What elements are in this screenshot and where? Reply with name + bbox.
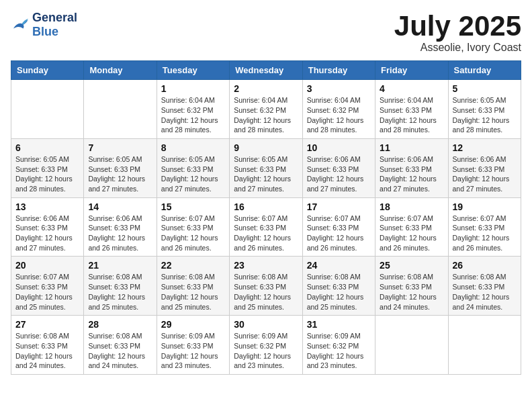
calendar-day-cell: 25Sunrise: 6:08 AM Sunset: 6:33 PM Dayli… (375, 257, 448, 316)
day-info: Sunrise: 6:07 AM Sunset: 6:33 PM Dayligh… (161, 214, 225, 253)
calendar-day-cell: 1Sunrise: 6:04 AM Sunset: 6:32 PM Daylig… (157, 80, 229, 139)
day-info: Sunrise: 6:08 AM Sunset: 6:33 PM Dayligh… (88, 272, 152, 312)
calendar-day-cell: 27Sunrise: 6:08 AM Sunset: 6:33 PM Dayli… (11, 316, 84, 375)
day-number: 25 (380, 260, 443, 271)
calendar-day-cell: 10Sunrise: 6:06 AM Sunset: 6:33 PM Dayli… (302, 138, 375, 197)
day-info: Sunrise: 6:08 AM Sunset: 6:33 PM Dayligh… (453, 272, 517, 312)
weekday-header-monday: Monday (84, 61, 157, 80)
logo-text: General Blue (32, 11, 77, 38)
page-header: General Blue July 2025 Asseolie, Ivory C… (11, 11, 521, 54)
calendar-week-row: 6Sunrise: 6:05 AM Sunset: 6:33 PM Daylig… (11, 138, 521, 197)
day-info: Sunrise: 6:07 AM Sunset: 6:33 PM Dayligh… (380, 214, 443, 253)
day-number: 20 (15, 260, 79, 271)
day-number: 3 (307, 83, 371, 94)
day-number: 11 (380, 142, 443, 153)
calendar-week-row: 13Sunrise: 6:06 AM Sunset: 6:33 PM Dayli… (11, 197, 521, 257)
calendar-day-cell: 17Sunrise: 6:07 AM Sunset: 6:33 PM Dayli… (302, 197, 375, 257)
calendar-week-row: 27Sunrise: 6:08 AM Sunset: 6:33 PM Dayli… (11, 316, 521, 375)
day-info: Sunrise: 6:05 AM Sunset: 6:33 PM Dayligh… (15, 154, 79, 194)
day-number: 13 (15, 201, 79, 212)
day-number: 24 (307, 260, 371, 271)
day-info: Sunrise: 6:08 AM Sunset: 6:33 PM Dayligh… (161, 272, 225, 312)
calendar-day-cell: 15Sunrise: 6:07 AM Sunset: 6:33 PM Dayli… (157, 197, 229, 257)
day-number: 26 (453, 260, 517, 271)
day-number: 10 (307, 142, 371, 153)
logo-icon (11, 17, 30, 32)
calendar-day-cell: 24Sunrise: 6:08 AM Sunset: 6:33 PM Dayli… (302, 257, 375, 316)
day-info: Sunrise: 6:08 AM Sunset: 6:33 PM Dayligh… (234, 272, 298, 312)
calendar-empty-cell (11, 80, 84, 139)
calendar-week-row: 20Sunrise: 6:07 AM Sunset: 6:33 PM Dayli… (11, 257, 521, 316)
day-number: 7 (88, 142, 152, 153)
day-info: Sunrise: 6:06 AM Sunset: 6:33 PM Dayligh… (307, 154, 371, 194)
day-info: Sunrise: 6:04 AM Sunset: 6:32 PM Dayligh… (307, 95, 371, 135)
location-subtitle: Asseolie, Ivory Coast (394, 42, 521, 54)
day-number: 6 (15, 142, 79, 153)
day-info: Sunrise: 6:05 AM Sunset: 6:33 PM Dayligh… (88, 154, 152, 194)
calendar-day-cell: 11Sunrise: 6:06 AM Sunset: 6:33 PM Dayli… (375, 138, 448, 197)
day-number: 30 (234, 319, 298, 330)
calendar-day-cell: 21Sunrise: 6:08 AM Sunset: 6:33 PM Dayli… (84, 257, 157, 316)
day-info: Sunrise: 6:04 AM Sunset: 6:32 PM Dayligh… (161, 95, 225, 135)
logo: General Blue (11, 11, 77, 38)
calendar-day-cell: 19Sunrise: 6:07 AM Sunset: 6:33 PM Dayli… (448, 197, 521, 257)
day-number: 27 (15, 319, 79, 330)
day-number: 2 (234, 83, 298, 94)
day-info: Sunrise: 6:07 AM Sunset: 6:33 PM Dayligh… (307, 214, 371, 253)
day-number: 23 (234, 260, 298, 271)
day-info: Sunrise: 6:08 AM Sunset: 6:33 PM Dayligh… (15, 331, 79, 371)
day-info: Sunrise: 6:06 AM Sunset: 6:33 PM Dayligh… (88, 214, 152, 253)
day-info: Sunrise: 6:05 AM Sunset: 6:33 PM Dayligh… (453, 95, 517, 135)
day-info: Sunrise: 6:08 AM Sunset: 6:33 PM Dayligh… (88, 331, 152, 371)
weekday-header-saturday: Saturday (448, 61, 521, 80)
title-area: July 2025 Asseolie, Ivory Coast (394, 11, 521, 54)
calendar-day-cell: 26Sunrise: 6:08 AM Sunset: 6:33 PM Dayli… (448, 257, 521, 316)
day-number: 21 (88, 260, 152, 271)
day-number: 5 (453, 83, 517, 94)
calendar-day-cell: 8Sunrise: 6:05 AM Sunset: 6:33 PM Daylig… (157, 138, 229, 197)
day-info: Sunrise: 6:04 AM Sunset: 6:33 PM Dayligh… (380, 95, 443, 135)
weekday-header-row: SundayMondayTuesdayWednesdayThursdayFrid… (11, 61, 521, 80)
day-number: 15 (161, 201, 225, 212)
day-number: 19 (453, 201, 517, 212)
calendar-day-cell: 12Sunrise: 6:06 AM Sunset: 6:33 PM Dayli… (448, 138, 521, 197)
calendar-day-cell: 22Sunrise: 6:08 AM Sunset: 6:33 PM Dayli… (157, 257, 229, 316)
day-number: 22 (161, 260, 225, 271)
month-year-title: July 2025 (394, 11, 521, 42)
day-info: Sunrise: 6:06 AM Sunset: 6:33 PM Dayligh… (453, 154, 517, 194)
weekday-header-sunday: Sunday (11, 61, 84, 80)
calendar-day-cell: 13Sunrise: 6:06 AM Sunset: 6:33 PM Dayli… (11, 197, 84, 257)
day-info: Sunrise: 6:08 AM Sunset: 6:33 PM Dayligh… (380, 272, 443, 312)
day-number: 31 (307, 319, 371, 330)
calendar-day-cell: 16Sunrise: 6:07 AM Sunset: 6:33 PM Dayli… (230, 197, 302, 257)
day-number: 29 (161, 319, 225, 330)
calendar-day-cell: 23Sunrise: 6:08 AM Sunset: 6:33 PM Dayli… (230, 257, 302, 316)
calendar-day-cell: 31Sunrise: 6:09 AM Sunset: 6:32 PM Dayli… (302, 316, 375, 375)
calendar-day-cell: 5Sunrise: 6:05 AM Sunset: 6:33 PM Daylig… (448, 80, 521, 139)
day-number: 12 (453, 142, 517, 153)
calendar-day-cell: 9Sunrise: 6:05 AM Sunset: 6:33 PM Daylig… (230, 138, 302, 197)
day-info: Sunrise: 6:07 AM Sunset: 6:33 PM Dayligh… (234, 214, 298, 253)
calendar-day-cell: 7Sunrise: 6:05 AM Sunset: 6:33 PM Daylig… (84, 138, 157, 197)
weekday-header-friday: Friday (375, 61, 448, 80)
weekday-header-tuesday: Tuesday (157, 61, 229, 80)
day-number: 8 (161, 142, 225, 153)
day-number: 4 (380, 83, 443, 94)
calendar-day-cell: 6Sunrise: 6:05 AM Sunset: 6:33 PM Daylig… (11, 138, 84, 197)
calendar-day-cell: 20Sunrise: 6:07 AM Sunset: 6:33 PM Dayli… (11, 257, 84, 316)
day-number: 16 (234, 201, 298, 212)
calendar-table: SundayMondayTuesdayWednesdayThursdayFrid… (11, 60, 521, 375)
calendar-day-cell: 29Sunrise: 6:09 AM Sunset: 6:33 PM Dayli… (157, 316, 229, 375)
day-info: Sunrise: 6:06 AM Sunset: 6:33 PM Dayligh… (380, 154, 443, 194)
day-info: Sunrise: 6:05 AM Sunset: 6:33 PM Dayligh… (161, 154, 225, 194)
day-info: Sunrise: 6:07 AM Sunset: 6:33 PM Dayligh… (453, 214, 517, 253)
day-info: Sunrise: 6:05 AM Sunset: 6:33 PM Dayligh… (234, 154, 298, 194)
calendar-day-cell: 28Sunrise: 6:08 AM Sunset: 6:33 PM Dayli… (84, 316, 157, 375)
day-number: 17 (307, 201, 371, 212)
calendar-day-cell: 3Sunrise: 6:04 AM Sunset: 6:32 PM Daylig… (302, 80, 375, 139)
day-number: 1 (161, 83, 225, 94)
day-info: Sunrise: 6:09 AM Sunset: 6:33 PM Dayligh… (161, 331, 225, 371)
day-number: 14 (88, 201, 152, 212)
calendar-day-cell: 2Sunrise: 6:04 AM Sunset: 6:32 PM Daylig… (230, 80, 302, 139)
calendar-day-cell: 18Sunrise: 6:07 AM Sunset: 6:33 PM Dayli… (375, 197, 448, 257)
